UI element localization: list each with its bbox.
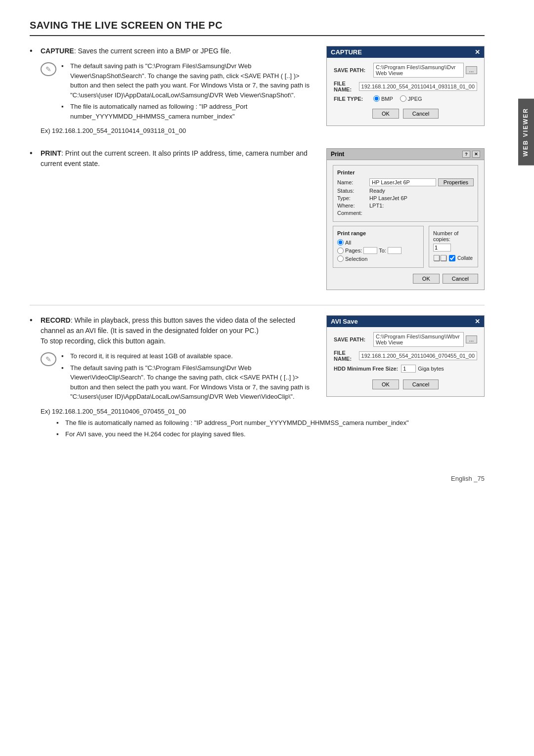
print-range-area: Print range All Pages: To:: [333, 226, 424, 272]
capture-save-path-row: SAVE PATH: C:\\Program Files\\Samsung\\D…: [334, 63, 477, 78]
print-printer-group-title: Printer: [337, 169, 474, 175]
record-note-lines: ▪ To record it, it is required at least …: [61, 351, 314, 404]
avi-dialog-area: AVI Save ✕ SAVE PATH: C:\\Program Files\…: [326, 315, 485, 397]
page-title: SAVING THE LIVE SCREEN ON THE PC: [30, 20, 485, 36]
print-name-value: HP LaserJet 6P: [369, 178, 436, 186]
capture-note-1-text: The default saving path is "C:\Program F…: [70, 61, 314, 100]
record-extra-notes: ▪ The file is automatically named as fol…: [41, 418, 485, 441]
print-num-copies-label: Number of copies:: [433, 230, 474, 242]
capture-description: : Saves the current screen into a BMP or…: [74, 47, 231, 55]
print-close-icon[interactable]: ✕: [472, 151, 480, 158]
print-comment-label: Comment:: [337, 210, 369, 216]
print-range-group-title: Print range: [337, 230, 419, 236]
print-section: Print ? ✕ Printer Name: HP LaserJet 6P: [30, 148, 485, 295]
capture-file-name-row: FILE NAME: 192.168.1.200_554_20110414_09…: [334, 81, 477, 92]
record-note-2: ▪ The default saving path is "C:\Program…: [61, 363, 314, 402]
capture-label: CAPTURE: [41, 47, 74, 55]
print-dialog: Print ? ✕ Printer Name: HP LaserJet 6P: [326, 148, 485, 290]
record-bullet-text: RECORD: While in playback, press this bu…: [41, 315, 314, 346]
capture-bmp-option[interactable]: BMP: [373, 95, 393, 102]
capture-file-name-value: 192.168.1.200_554_20110414_093118_01_00: [359, 82, 477, 91]
print-copies-area: Number of copies: ❏❏ Collate: [429, 226, 478, 272]
print-name-row: Name: HP LaserJet 6P Properties: [337, 178, 474, 186]
print-where-row: Where: LPT1:: [337, 203, 474, 209]
print-range-copies-row: Print range All Pages: To:: [333, 226, 478, 272]
print-selection-option[interactable]: Selection: [337, 255, 419, 262]
capture-note-1: ▪ The default saving path is "C:\Program…: [61, 61, 314, 100]
capture-save-path-label: SAVE PATH:: [334, 67, 373, 73]
record-notes: ✎ ▪ To record it, it is required at leas…: [41, 351, 314, 404]
capture-file-type-group: BMP JPEG: [373, 95, 422, 102]
capture-close-icon[interactable]: ✕: [475, 48, 480, 56]
record-note-3-text: The file is automatically named as follo…: [65, 418, 409, 428]
print-dialog-title: Print: [331, 151, 344, 158]
print-bullet-item: • PRINT: Print out the current screen. I…: [30, 148, 314, 169]
collate-icon: ❏❏: [433, 253, 447, 263]
print-help-icon[interactable]: ?: [462, 151, 470, 158]
capture-dialog-titlebar: CAPTURE ✕: [327, 46, 484, 58]
record-note-1-text: To record it, it is required at least 1G…: [70, 351, 233, 361]
capture-save-path-value: C:\\Program Files\\Samsung\\Dvr Web View…: [373, 63, 464, 78]
page-number: English _75: [30, 475, 485, 482]
avi-save-path-value: C:\\Program Files\\Samsung\\Wbvr Web Vie…: [373, 332, 464, 347]
print-type-label: Type:: [337, 195, 369, 201]
print-to-input[interactable]: [388, 247, 401, 254]
print-label: PRINT: [41, 149, 61, 157]
avi-close-icon[interactable]: ✕: [475, 318, 480, 325]
avi-cancel-button[interactable]: Cancel: [403, 379, 439, 389]
avi-file-name-value: 192.168.1.200_554_20110406_070455_01_00: [359, 351, 477, 360]
collate-label: Collate: [457, 255, 473, 261]
print-collate-area: ❏❏ Collate: [433, 253, 474, 263]
record-note-2-text: The default saving path is "C:\Program F…: [70, 363, 314, 402]
avi-hdd-input[interactable]: 1: [401, 365, 416, 373]
avi-hdd-label: HDD Minimum Free Size:: [334, 366, 398, 372]
capture-dialog-area: CAPTURE ✕ SAVE PATH: C:\\Program Files\\…: [326, 46, 485, 133]
avi-dialog-footer: OK Cancel: [334, 376, 477, 391]
avi-dialog: AVI Save ✕ SAVE PATH: C:\\Program Files\…: [326, 315, 485, 397]
print-pages-label: Pages:: [345, 248, 362, 253]
capture-section: CAPTURE ✕ SAVE PATH: C:\\Program Files\\…: [30, 46, 485, 148]
record-section: AVI Save ✕ SAVE PATH: C:\\Program Files\…: [30, 315, 485, 455]
print-bullet-text: PRINT: Print out the current screen. It …: [41, 148, 314, 169]
avi-browse-button[interactable]: ...: [466, 336, 477, 343]
avi-dialog-title: AVI Save: [331, 318, 358, 325]
capture-note-2-text: The file is automatically named as follo…: [70, 102, 314, 121]
print-dialog-body: Printer Name: HP LaserJet 6P Properties …: [327, 160, 484, 290]
capture-cancel-button[interactable]: Cancel: [403, 109, 439, 119]
capture-dialog-body: SAVE PATH: C:\\Program Files\\Samsung\\D…: [327, 58, 484, 126]
print-properties-button[interactable]: Properties: [438, 178, 474, 186]
avi-hdd-unit: Giga bytes: [418, 366, 444, 372]
record-bullet-item: • RECORD: While in playback, press this …: [30, 315, 314, 346]
collate-checkbox[interactable]: [449, 255, 455, 261]
capture-note-lines: ▪ The default saving path is "C:\Program…: [61, 61, 314, 123]
print-comment-row: Comment:: [337, 210, 474, 216]
record-extra-note-lines: ▪ The file is automatically named as fol…: [56, 418, 485, 441]
avi-save-path-label: SAVE PATH:: [334, 336, 373, 342]
record-note-3: ▪ The file is automatically named as fol…: [56, 418, 485, 428]
print-dialog-footer: OK Cancel: [333, 272, 478, 285]
print-description: : Print out the current screen. It also …: [41, 149, 308, 168]
print-ok-button[interactable]: OK: [413, 274, 440, 284]
capture-jpeg-option[interactable]: JPEG: [400, 95, 422, 102]
record-bullet-dot: •: [30, 316, 38, 325]
capture-browse-button[interactable]: ...: [466, 66, 477, 74]
capture-dialog-title: CAPTURE: [331, 48, 362, 56]
capture-ok-button[interactable]: OK: [372, 109, 399, 119]
capture-bullet-text: CAPTURE: Saves the current screen into a…: [41, 46, 314, 56]
print-dialog-area: Print ? ✕ Printer Name: HP LaserJet 6P: [326, 148, 485, 290]
print-copies-input[interactable]: [433, 244, 451, 252]
section-divider: [30, 305, 485, 305]
print-all-option[interactable]: All: [337, 239, 419, 246]
print-dialog-titlebar: Print ? ✕: [327, 149, 484, 160]
print-bullet-dot: •: [30, 149, 38, 158]
note-icon: ✎: [41, 62, 56, 76]
page-wrapper: WEB VIEWER SAVING THE LIVE SCREEN ON THE…: [0, 0, 534, 756]
record-note-icon: ✎: [41, 352, 56, 366]
print-cancel-button[interactable]: Cancel: [443, 274, 478, 284]
avi-ok-button[interactable]: OK: [372, 379, 399, 389]
page-content: SAVING THE LIVE SCREEN ON THE PC CAPTURE…: [30, 20, 504, 482]
capture-file-type-row: FILE TYPE: BMP JPEG: [334, 95, 477, 102]
print-type-value: HP LaserJet 6P: [369, 195, 474, 201]
print-from-input[interactable]: [363, 247, 377, 254]
record-note-1: ▪ To record it, it is required at least …: [61, 351, 314, 361]
